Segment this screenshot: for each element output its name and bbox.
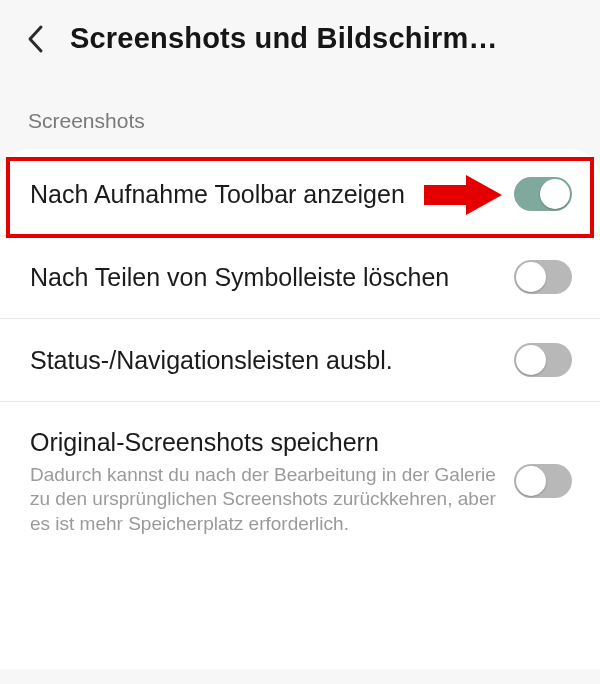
row-text: Nach Teilen von Symbolleiste löschen <box>30 261 498 294</box>
setting-row-delete-after-share[interactable]: Nach Teilen von Symbolleiste löschen <box>0 236 600 319</box>
setting-row-show-toolbar[interactable]: Nach Aufnahme Toolbar anzeigen <box>0 153 600 236</box>
row-label: Original-Screenshots speichern <box>30 426 498 459</box>
setting-row-show-toolbar-wrap: Nach Aufnahme Toolbar anzeigen <box>0 153 600 236</box>
back-icon[interactable] <box>20 23 52 55</box>
toggle-save-original[interactable] <box>514 464 572 498</box>
toggle-hide-status-nav[interactable] <box>514 343 572 377</box>
toggle-delete-after-share[interactable] <box>514 260 572 294</box>
row-text: Original-Screenshots speichern Dadurch k… <box>30 426 498 536</box>
row-label: Nach Aufnahme Toolbar anzeigen <box>30 178 498 211</box>
toggle-knob <box>516 345 546 375</box>
row-label: Nach Teilen von Symbolleiste löschen <box>30 261 498 294</box>
row-text: Nach Aufnahme Toolbar anzeigen <box>30 178 498 211</box>
toggle-knob <box>516 262 546 292</box>
app-header: Screenshots und Bildschirm… <box>0 0 600 81</box>
toggle-show-toolbar[interactable] <box>514 177 572 211</box>
toggle-knob <box>540 179 570 209</box>
setting-row-save-original[interactable]: Original-Screenshots speichern Dadurch k… <box>0 402 600 560</box>
toggle-knob <box>516 466 546 496</box>
settings-card: Nach Aufnahme Toolbar anzeigen Nach Teil… <box>0 149 600 669</box>
row-text: Status-/Navigationsleisten ausbl. <box>30 344 498 377</box>
row-label: Status-/Navigationsleisten ausbl. <box>30 344 498 377</box>
setting-row-hide-status-nav[interactable]: Status-/Navigationsleisten ausbl. <box>0 319 600 402</box>
section-header-screenshots: Screenshots <box>0 81 600 149</box>
row-desc: Dadurch kannst du nach der Bearbeitung i… <box>30 463 498 536</box>
page-title: Screenshots und Bildschirm… <box>70 22 498 55</box>
